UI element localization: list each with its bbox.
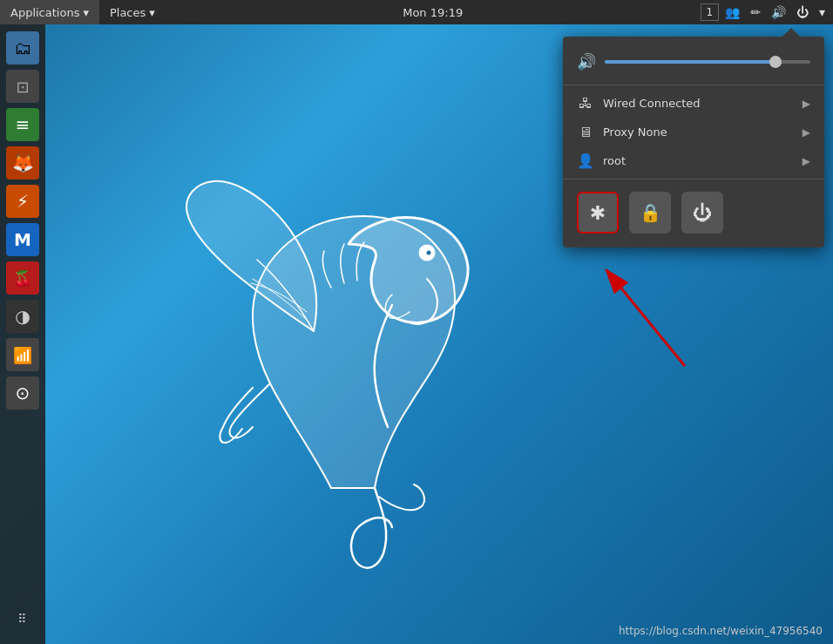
volume-knob xyxy=(769,56,782,68)
terminal-icon: ⊡ xyxy=(16,78,29,96)
desktop: Applications ▾ Places ▾ Mon 19:19 1 👥 ✏ … xyxy=(0,0,833,644)
power-icon: ⏻ xyxy=(693,202,712,224)
volume-slider[interactable] xyxy=(605,60,810,64)
sidebar-burpsuite[interactable]: ⚡ xyxy=(6,185,39,218)
wifi-icon: 📶 xyxy=(13,346,32,364)
sidebar: 🗂 ⊡ ≡ 🦊 ⚡ M 🍒 ◑ 📶 ⊙ ⠿ xyxy=(0,24,45,644)
user-icon: 👤 xyxy=(577,153,594,169)
proxy-label: Proxy None xyxy=(603,125,794,139)
settings-button[interactable]: ✱ xyxy=(577,192,619,234)
burpsuite-icon: ⚡ xyxy=(17,191,29,212)
bluetooth-tray-icon[interactable]: ✏ xyxy=(746,0,765,24)
settings-icon: ✱ xyxy=(590,202,606,224)
power-arrow-icon[interactable]: ▾ xyxy=(815,0,830,24)
places-menu[interactable]: Places ▾ xyxy=(99,0,166,24)
wired-connected-item[interactable]: 🖧 Wired Connected ▶ xyxy=(563,89,824,118)
places-label: Places xyxy=(110,6,146,19)
lock-icon: 🔒 xyxy=(640,202,661,223)
user-label: root xyxy=(603,154,794,167)
volume-fill xyxy=(605,60,780,64)
sidebar-wireless[interactable]: ⊙ xyxy=(6,376,39,410)
user-item[interactable]: 👤 root ▶ xyxy=(563,146,824,175)
applications-label: Applications xyxy=(10,6,79,19)
sidebar-apps-grid[interactable]: ⠿ xyxy=(6,602,39,635)
power-tray-icon[interactable]: ⏻ xyxy=(792,0,813,24)
wireless-icon: ⊙ xyxy=(16,383,30,403)
files-icon: 🗂 xyxy=(14,37,31,58)
topbar-right: 1 👥 ✏ 🔊 ⏻ ▾ xyxy=(701,0,833,24)
sidebar-notes[interactable]: ≡ xyxy=(6,108,39,141)
applications-arrow: ▾ xyxy=(83,6,89,19)
sidebar-files[interactable]: 🗂 xyxy=(6,31,39,64)
popup-divider-2 xyxy=(563,179,824,180)
sidebar-picard[interactable]: ◑ xyxy=(6,300,39,333)
sidebar-cherrytree[interactable]: 🍒 xyxy=(6,261,39,295)
proxy-none-item[interactable]: 🖥 Proxy None ▶ xyxy=(563,118,824,146)
topbar-left: Applications ▾ Places ▾ xyxy=(0,0,166,24)
svg-point-1 xyxy=(425,249,432,256)
proxy-icon: 🖥 xyxy=(577,124,594,140)
popup-actions: ✱ 🔒 ⏻ xyxy=(563,183,824,237)
topbar-clock: Mon 19:19 xyxy=(166,6,701,19)
svg-line-3 xyxy=(606,270,685,366)
volume-tray-icon[interactable]: 🔊 xyxy=(767,0,790,24)
sidebar-wifi[interactable]: 📶 xyxy=(6,338,39,371)
applications-menu[interactable]: Applications ▾ xyxy=(0,0,99,24)
grid-icon: ⠿ xyxy=(17,612,27,626)
topbar: Applications ▾ Places ▾ Mon 19:19 1 👥 ✏ … xyxy=(0,0,833,24)
url-bar: https://blog.csdn.net/weixin_47956540 xyxy=(619,625,823,637)
lock-button[interactable]: 🔒 xyxy=(629,192,671,234)
cherrytree-icon: 🍒 xyxy=(13,269,32,288)
metasploit-icon: M xyxy=(14,229,31,250)
picard-icon: ◑ xyxy=(15,306,30,327)
firefox-icon: 🦊 xyxy=(12,153,34,173)
popup-divider-1 xyxy=(563,85,824,85)
tray-popup: 🔊 🖧 Wired Connected ▶ 🖥 Proxy None ▶ 👤 r… xyxy=(563,37,824,247)
proxy-arrow: ▶ xyxy=(803,126,810,139)
people-tray-icon[interactable]: 👥 xyxy=(721,0,744,24)
network-icon: 🖧 xyxy=(577,95,594,112)
volume-row: 🔊 xyxy=(563,45,824,81)
wired-arrow: ▶ xyxy=(803,98,810,110)
sidebar-metasploit[interactable]: M xyxy=(6,223,39,256)
notes-icon: ≡ xyxy=(16,114,30,135)
volume-icon: 🔊 xyxy=(577,52,596,71)
workspace-indicator[interactable]: 1 xyxy=(701,3,720,21)
sidebar-firefox[interactable]: 🦊 xyxy=(6,146,39,180)
places-arrow: ▾ xyxy=(149,6,155,19)
wired-label: Wired Connected xyxy=(603,97,794,110)
dragon-illustration xyxy=(87,70,610,575)
sidebar-terminal[interactable]: ⊡ xyxy=(6,70,39,103)
power-button[interactable]: ⏻ xyxy=(681,192,723,234)
user-arrow: ▶ xyxy=(803,155,810,167)
